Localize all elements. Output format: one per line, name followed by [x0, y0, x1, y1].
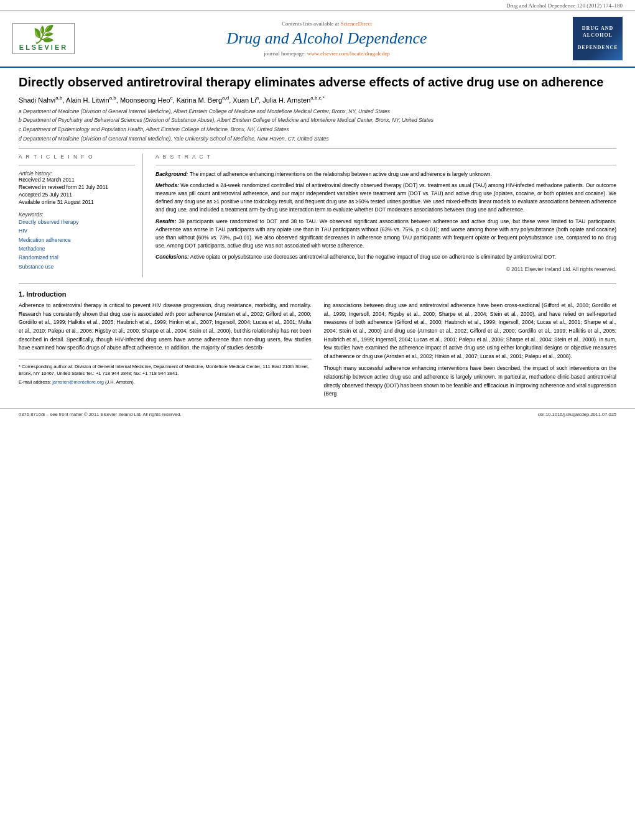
article-info-title: A R T I C L E I N F O [19, 154, 135, 160]
keywords-label: Keywords: [19, 211, 135, 218]
intro-heading: 1. Introduction [19, 290, 616, 298]
hp-link[interactable]: www.elsevier.com/locate/drugalcdep [307, 50, 390, 57]
methods-label: Methods: [155, 182, 179, 188]
footnote-email: E-mail address: jarnsten@montefiore.org … [19, 379, 312, 385]
affil-d: d Department of Medicine (Division of Ge… [19, 135, 616, 143]
history-label: Article history: [19, 170, 135, 177]
journal-ref-text: Drug and Alcohol Dependence 120 (2012) 1… [506, 2, 623, 9]
sd-prefix: Contents lists available at [282, 21, 340, 27]
kw-4: Methadone [19, 244, 135, 253]
intro-left-text: Adherence to antiretroviral therapy is c… [19, 302, 312, 353]
body-col-left: Adherence to antiretroviral therapy is c… [19, 302, 312, 402]
copyright-text: © 2011 Elsevier Ireland Ltd. All rights … [155, 266, 616, 272]
received-revised-date: Received in revised form 21 July 2011 [19, 184, 135, 190]
accepted-date: Accepted 25 July 2011 [19, 192, 135, 198]
journal-reference: Drug and Alcohol Dependence 120 (2012) 1… [0, 0, 635, 11]
abstract-title: A B S T R A C T [155, 154, 616, 160]
footnote-star: * Corresponding author at: Division of G… [19, 363, 312, 377]
divider-info [19, 165, 135, 165]
intro-p1: Adherence to antiretroviral therapy is c… [19, 302, 312, 353]
available-date: Available online 31 August 2011 [19, 199, 135, 205]
elsevier-logo: 🌿 ELSEVIER [12, 23, 81, 54]
affiliations: a Department of Medicine (Division of Ge… [19, 108, 616, 143]
keywords-block: Keywords: Directly observed therapy HIV … [19, 211, 135, 272]
journal-logo-right: DRUG ANDALCOHOLDEPENDENCE [573, 17, 623, 60]
keywords-list: Directly observed therapy HIV Medication… [19, 218, 135, 272]
kw-6: Substance use [19, 262, 135, 271]
divider-body [19, 284, 616, 284]
abstract-background: Background: The impact of adherence enha… [155, 170, 616, 178]
conclusions-text: Active opiate or polysubstance use decre… [190, 254, 556, 260]
bottom-left: 0376-8716/$ – see front matter © 2011 El… [19, 412, 182, 417]
article-info-col: A R T I C L E I N F O Article history: R… [19, 154, 143, 278]
abstract-text: Background: The impact of adherence enha… [155, 170, 616, 262]
kw-3: Medication adherence [19, 236, 135, 244]
history-block: Article history: Received 2 March 2011 R… [19, 170, 135, 205]
abstract-results: Results: 39 participants were randomized… [155, 218, 616, 251]
logo-right-text: DRUG ANDALCOHOLDEPENDENCE [577, 25, 618, 52]
results-text: 39 participants were randomized to DOT a… [155, 218, 616, 249]
affil-a: a Department of Medicine (Division of Ge… [19, 108, 616, 116]
abstract-col: A B S T R A C T Background: The impact o… [155, 154, 616, 278]
sciencedirect-text: Contents lists available at ScienceDirec… [87, 21, 567, 27]
conclusions-label: Conclusions: [155, 254, 189, 260]
intro-p3: Though many successful adherence enhanci… [324, 364, 617, 398]
email-label: E-mail address: [19, 379, 52, 385]
abstract-conclusions: Conclusions: Active opiate or polysubsta… [155, 253, 616, 261]
kw-2: HIV [19, 226, 135, 235]
journal-homepage: journal homepage: www.elsevier.com/locat… [87, 50, 567, 57]
journal-title: Drug and Alcohol Dependence [87, 29, 567, 48]
bg-label: Background: [155, 171, 188, 177]
divider-abstract [155, 165, 616, 165]
affil-c: c Department of Epidemiology and Populat… [19, 126, 616, 134]
methods-text: We conducted a 24-week randomized contro… [155, 182, 616, 213]
authors-line: Shadi Nahvia,b, Alain H. Litwina,b, Moon… [19, 95, 616, 104]
info-abstract-section: A R T I C L E I N F O Article history: R… [19, 154, 616, 278]
divider-1 [19, 148, 616, 149]
intro-right-text: ing associations between drug use and an… [324, 302, 617, 399]
hp-prefix: journal homepage: [264, 50, 307, 57]
body-col-right: ing associations between drug use and an… [324, 302, 617, 402]
article-content: Directly observed antiretroviral therapy… [0, 68, 635, 408]
kw-5: Randomized trial [19, 253, 135, 262]
email-link[interactable]: jarnsten@montefiore.org [52, 379, 104, 385]
bottom-bar: 0376-8716/$ – see front matter © 2011 El… [0, 408, 635, 420]
bottom-right: doi:10.1016/j.drugalcdep.2011.07.025 [538, 412, 616, 417]
footnote-section: * Corresponding author at: Division of G… [19, 359, 312, 386]
received-date: Received 2 March 2011 [19, 177, 135, 183]
results-label: Results: [155, 218, 177, 224]
journal-header: 🌿 ELSEVIER Contents lists available at S… [0, 11, 635, 68]
footnote-text: * Corresponding author at: Division of G… [19, 363, 312, 386]
journal-center-info: Contents lists available at ScienceDirec… [87, 21, 567, 57]
kw-1: Directly observed therapy [19, 218, 135, 226]
email-suffix: (J.H. Arnsten). [104, 379, 135, 385]
affil-b: b Department of Psychiatry and Behaviora… [19, 116, 616, 124]
sd-link[interactable]: ScienceDirect [341, 21, 372, 27]
abstract-methods: Methods: We conducted a 24-week randomiz… [155, 182, 616, 215]
body-two-col: Adherence to antiretroviral therapy is c… [19, 302, 616, 402]
article-title: Directly observed antiretroviral therapy… [19, 74, 616, 90]
bg-text: The impact of adherence enhancing interv… [190, 171, 492, 177]
intro-p2: ing associations between drug use and an… [324, 302, 617, 361]
